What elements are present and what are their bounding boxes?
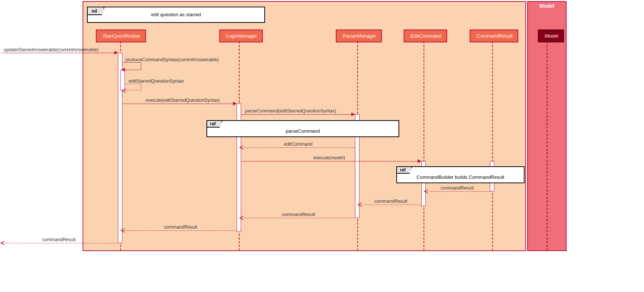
- message-m7: execute(model): [313, 155, 345, 160]
- arrowhead-m7: [418, 159, 421, 163]
- arrow-m2-bottom: [125, 70, 141, 70]
- arrowhead-m12: [0, 241, 4, 245]
- arrow-m7: [241, 161, 421, 161]
- participant-parsermanager: :ParserManager: [336, 29, 382, 42]
- message-m1: updateStarredAnswerable(currentAnswerabl…: [4, 47, 98, 52]
- message-m9: commandResult: [374, 199, 407, 204]
- arrow-m2-side: [141, 62, 141, 70]
- lifeline-model: [547, 41, 547, 251]
- arrow-m12: [2, 243, 118, 243]
- message-m11: commandResult: [164, 225, 197, 230]
- participant-commandresult: :CommandResult: [470, 29, 518, 42]
- arrowhead-m11: [120, 228, 125, 233]
- participant-startquizwindow: :StartQuizWindow: [96, 29, 146, 42]
- lifeline-editcommand: [424, 41, 424, 251]
- model-frame-title: Model: [527, 3, 567, 9]
- message-m10: commandResult: [282, 212, 315, 217]
- message-m4: execute(editStarredQuestionSyntax): [146, 98, 220, 103]
- arrowhead-m10: [239, 216, 243, 220]
- arrow-m11: [122, 230, 237, 231]
- arrowhead-m3: [121, 88, 126, 93]
- sd-tag: sd: [88, 7, 104, 15]
- ref-frame-parsecommand: ref parseCommand: [206, 120, 399, 137]
- arrow-m5: [241, 114, 355, 115]
- arrow-m3-box: [125, 84, 141, 90]
- arrowhead-m8: [424, 189, 428, 194]
- arrow-m4: [122, 104, 237, 104]
- message-m8: commandResult: [441, 185, 474, 191]
- arrowhead-m6: [239, 145, 243, 150]
- message-m6: editCommand: [284, 142, 313, 147]
- ref-label-2: CommandBuilder builds CommandResult: [397, 167, 524, 180]
- arrow-m6: [241, 147, 355, 148]
- participant-logicmanager: :LogicManager: [219, 29, 263, 42]
- participant-editcommand: :EditCommand: [404, 29, 447, 42]
- ref-frame-commandbuilder: ref CommandBuilder builds CommandResult: [396, 166, 525, 183]
- arrow-m2-top: [122, 62, 141, 63]
- message-m3: editStarredQuestionSyntax: [129, 79, 184, 84]
- message-m5: parseCommand(editStarredQuestionSyntax): [245, 108, 336, 114]
- arrowhead-m1: [114, 51, 118, 55]
- arrow-m10: [241, 218, 355, 218]
- arrowhead-m5: [351, 112, 355, 116]
- message-m2: produceCommandSyntax(currentAnswerable): [125, 57, 219, 62]
- arrow-m1: [2, 53, 118, 53]
- arrow-m9: [359, 205, 421, 205]
- ref-label-1: parseCommand: [207, 121, 398, 134]
- message-m12: commandResult: [42, 237, 76, 242]
- arrowhead-m4: [233, 102, 237, 105]
- sd-title: edit question as starred: [88, 7, 264, 17]
- arrowhead-m9: [357, 202, 362, 207]
- activation-startquizwindow-self: [121, 70, 125, 90]
- lifeline-commandresult: [492, 41, 493, 251]
- sd-frame: sd edit question as starred: [87, 7, 265, 23]
- participant-model: :Model: [538, 29, 564, 42]
- arrowhead-m2: [121, 68, 125, 72]
- arrow-m8: [426, 191, 490, 192]
